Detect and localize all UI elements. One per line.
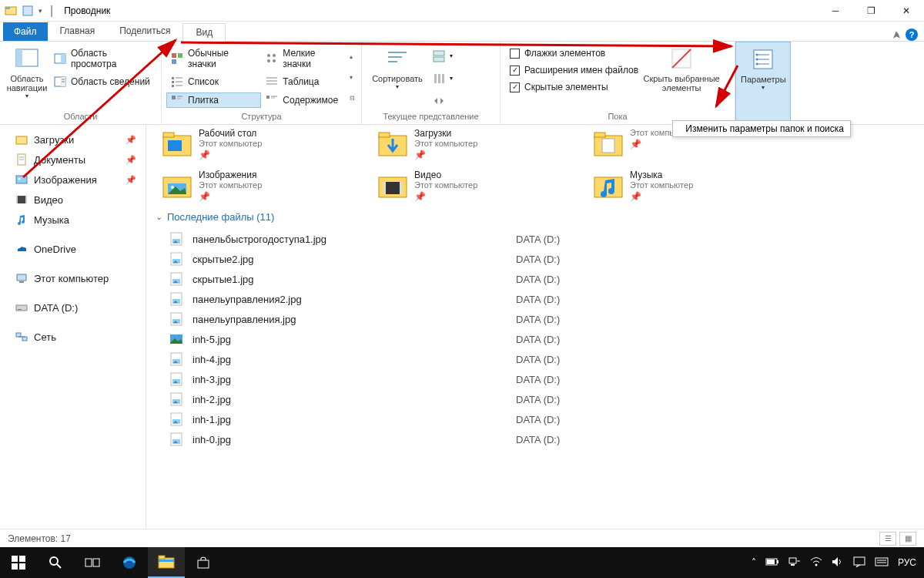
file-row[interactable]: inh-3.jpgDATA (D:) — [169, 369, 755, 389]
folder-tile-music[interactable]: МузыкаЭтот компьютер📌 — [593, 170, 785, 202]
maximize-button[interactable]: ❐ — [853, 0, 889, 22]
hide-selected-button[interactable]: Скрыть выбранные элементы — [643, 45, 720, 110]
svg-point-59 — [18, 178, 21, 180]
tray-network-icon[interactable] — [788, 556, 801, 570]
svg-rect-127 — [854, 557, 865, 565]
file-row[interactable]: скрытые1.jpgDATA (D:) — [169, 269, 755, 289]
tab-share[interactable]: Поделиться — [107, 22, 182, 41]
taskbar-edge[interactable] — [111, 547, 148, 578]
folder-tile-pictures[interactable]: ИзображенияЭтот компьютер📌 — [162, 170, 354, 202]
svg-rect-2 — [23, 6, 32, 15]
file-row[interactable]: inh-5.jpgDATA (D:) — [169, 329, 755, 349]
tray-language[interactable]: РУС — [898, 557, 916, 568]
svg-point-80 — [171, 186, 174, 189]
tray-action-center-icon[interactable] — [853, 556, 865, 570]
taskbar-explorer[interactable] — [148, 547, 185, 578]
add-columns-button[interactable]: ▾ — [428, 71, 457, 86]
help-icon[interactable]: ? — [906, 29, 918, 41]
svg-rect-124 — [791, 564, 795, 566]
file-row[interactable]: inh-0.jpgDATA (D:) — [169, 429, 755, 449]
minimize-button[interactable]: ─ — [818, 0, 853, 22]
svg-rect-113 — [85, 559, 92, 566]
nav-item-thispc[interactable]: Этот компьютер — [0, 268, 146, 288]
layout-scroll-up-icon[interactable]: ▴ — [350, 53, 355, 60]
start-button[interactable] — [0, 547, 37, 578]
group-by-button[interactable]: ▾ — [428, 49, 457, 64]
layout-normal-icons[interactable]: Обычные значки — [166, 46, 261, 71]
nav-item-pictures[interactable]: Изображения📌 — [0, 170, 146, 190]
hidden-items-toggle[interactable]: ✓Скрытые элементы — [505, 80, 643, 94]
sort-button[interactable]: Сортировать ▾ — [367, 45, 428, 110]
file-row[interactable]: inh-1.jpgDATA (D:) — [169, 409, 755, 429]
svg-rect-4 — [16, 49, 22, 66]
folder-tile-downloads[interactable]: ЗагрузкиЭтот компьютер📌 — [377, 128, 570, 160]
qat-props-icon[interactable] — [22, 5, 34, 17]
layout-tiles[interactable]: Плитка — [166, 92, 261, 108]
options-button[interactable]: Параметры ▾ — [741, 45, 786, 109]
svg-rect-62 — [25, 196, 27, 203]
file-row[interactable]: панельбыстрогодоступа1.jpgDATA (D:) — [169, 229, 755, 249]
layout-content[interactable]: Содержимое — [261, 92, 348, 108]
tab-file[interactable]: Файл — [3, 22, 48, 41]
view-tiles-button[interactable]: ▦ — [899, 532, 916, 546]
file-row[interactable]: скрытые2.jpgDATA (D:) — [169, 249, 755, 269]
svg-rect-6 — [61, 54, 65, 63]
file-extensions-toggle[interactable]: ✓Расширения имен файлов — [505, 63, 643, 77]
svg-line-112 — [57, 564, 61, 568]
nav-item-music[interactable]: Музыка — [0, 210, 146, 230]
image-file-icon — [169, 392, 183, 406]
tab-home[interactable]: Главная — [48, 22, 108, 41]
preview-pane-button[interactable]: Область просмотра — [49, 46, 156, 71]
tray-keyboard-icon[interactable] — [875, 557, 889, 569]
layout-small-icons[interactable]: Мелкие значки — [261, 46, 348, 71]
tray-up-icon[interactable]: ˄ — [752, 557, 756, 568]
options-dropdown-item[interactable]: Изменить параметры папок и поиска — [672, 120, 851, 137]
separator: | — [50, 4, 53, 18]
size-columns-button[interactable] — [428, 93, 457, 109]
qat-dropdown-icon[interactable]: ▾ — [38, 7, 42, 15]
nav-pane-button[interactable]: Область навигации ▾ — [5, 45, 49, 110]
image-file-icon — [169, 252, 183, 266]
image-file-icon — [169, 292, 183, 306]
item-checkboxes-toggle[interactable]: Флажки элементов — [505, 46, 643, 60]
svg-rect-60 — [16, 196, 27, 203]
nav-item-network[interactable]: Сеть — [0, 327, 146, 347]
pin-icon: 📌 — [126, 175, 136, 185]
layout-table[interactable]: Таблица — [261, 74, 348, 89]
recent-files-header[interactable]: ⌄ Последние файлы (11) — [156, 211, 915, 223]
file-row[interactable]: inh-4.jpgDATA (D:) — [169, 349, 755, 369]
folder-tile-videos[interactable]: ВидеоЭтот компьютер📌 — [377, 170, 570, 202]
nav-item-documents[interactable]: Документы📌 — [0, 150, 146, 170]
file-row[interactable]: панельуправления.jpgDATA (D:) — [169, 309, 755, 329]
file-row[interactable]: inh-2.jpgDATA (D:) — [169, 389, 755, 409]
tab-view[interactable]: Вид — [182, 23, 226, 42]
svg-rect-1 — [5, 7, 10, 9]
file-row[interactable]: панельуправления2.jpgDATA (D:) — [169, 289, 755, 309]
nav-item-onedrive[interactable]: OneDrive — [0, 239, 146, 259]
details-pane-button[interactable]: Область сведений — [49, 74, 156, 89]
tray-battery-icon[interactable] — [765, 557, 779, 569]
svg-point-126 — [815, 563, 817, 566]
image-file-icon — [169, 432, 183, 446]
svg-rect-83 — [383, 182, 386, 194]
image-file-icon — [169, 312, 183, 326]
svg-rect-16 — [172, 85, 174, 87]
view-details-button[interactable]: ☰ — [879, 532, 896, 546]
nav-item-data-drive[interactable]: DATA (D:) — [0, 297, 146, 318]
close-button[interactable]: ✕ — [889, 0, 924, 22]
svg-rect-110 — [19, 563, 25, 570]
layout-list[interactable]: Список — [166, 74, 261, 89]
nav-item-downloads[interactable]: Загрузки📌 — [0, 129, 146, 150]
layout-scroll-down-icon[interactable]: ▾ — [350, 74, 355, 81]
task-view-button[interactable] — [74, 547, 111, 578]
nav-item-videos[interactable]: Видео — [0, 190, 146, 210]
minimize-ribbon-icon[interactable]: ⮝ — [892, 30, 901, 39]
image-file-icon — [169, 412, 183, 426]
tray-volume-icon[interactable] — [832, 556, 844, 570]
taskbar-store[interactable] — [185, 547, 222, 578]
search-button[interactable] — [37, 547, 74, 578]
layout-expand-icon[interactable]: ⊟ — [350, 95, 355, 102]
tray-wifi-icon[interactable] — [810, 556, 822, 570]
folder-tile-desktop[interactable]: Рабочий столЭтот компьютер📌 — [162, 128, 354, 160]
svg-point-24 — [273, 54, 276, 57]
